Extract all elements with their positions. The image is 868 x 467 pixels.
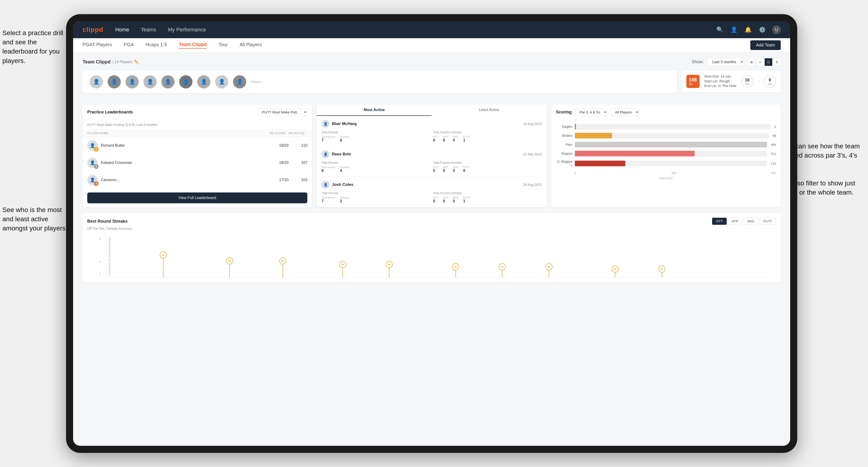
leaderboard-row-2: 👤 2 Edward Crossman 18/20 107: [83, 154, 312, 172]
shot-details: Shot Dist: 16 yds Start Lie: Rough End L…: [704, 74, 736, 88]
player-avatar-4: 👤: [144, 75, 157, 88]
leaderboard-row-1: 👤 1 Richard Butler 19/20 110: [83, 137, 312, 154]
practice-group-1: Total Practice Activities OTT 0 APP 0: [433, 131, 542, 143]
avatar[interactable]: U: [772, 26, 781, 34]
activity-player-name-1: 👤 Blair McHarg: [321, 120, 356, 128]
scoring-chart: Eagles 3 Birdies 96: [551, 120, 781, 184]
player-avatar-8: 👤: [215, 75, 228, 88]
leaderboard-title: Practice Leaderboards: [87, 110, 133, 115]
shot-circles: 16 yds → 0 yds: [741, 75, 776, 88]
tablet-frame: clippd Home Teams My Performance 🔍 👤 🔔 ⚙…: [66, 14, 797, 453]
scoring-title: Scoring: [556, 110, 572, 115]
main-content: Team Clippd | 14 Players ✏️ Show: Last 3…: [73, 52, 790, 446]
players-row: 👤 👤 👤 👤 👤 👤: [83, 70, 677, 93]
team-title-group: Team Clippd | 14 Players ✏️: [83, 59, 139, 65]
leaderboard-subtitle: PUTT Must Make Putting (3-6 ft), Last 3 …: [83, 120, 312, 130]
streak-dot-4x-2: 4x: [499, 263, 506, 277]
view-cards-icon[interactable]: ⊡: [765, 58, 772, 66]
leaderboard-col-headers: PLAYER NAME PB SCORE PB AVG SQ: [83, 130, 312, 137]
rank-badge-2: 2: [94, 164, 99, 169]
player-avatar-5: 👤: [161, 75, 175, 88]
filter-putt[interactable]: PUTT: [759, 218, 776, 225]
nav-item-teams[interactable]: Teams: [141, 27, 156, 33]
filter-app[interactable]: APP: [728, 218, 742, 225]
edit-icon[interactable]: ✏️: [134, 60, 139, 64]
scoring-card: Scoring Par 3, 4 & 5s All Players Eagles: [551, 104, 781, 207]
players-label: Players: [251, 80, 262, 84]
scoring-header: Scoring Par 3, 4 & 5s All Players: [551, 104, 781, 120]
activity-player-1: 👤 Blair McHarg 26 Aug 2023 Total Rounds …: [317, 116, 546, 147]
nav-icons: 🔍 👤 🔔 ⚙️ U: [716, 26, 781, 34]
streaks-section: Best Round Streaks OTT APP ARG PUTT Off …: [83, 213, 781, 282]
bar-pars: Pars 499: [556, 142, 776, 148]
streak-dot-5x-1: 5x: [339, 261, 346, 277]
chart-footer: Total Shots: [556, 177, 776, 180]
streak-dot-3x-1: 3x: [612, 266, 619, 277]
player-avatar-1: 👤: [90, 75, 103, 88]
shot-arrow-icon: →: [756, 79, 761, 84]
streaks-title: Best Round Streaks: [87, 219, 128, 224]
show-controls: Show: Last 3 months Last 6 months Last y…: [692, 58, 781, 66]
person-icon[interactable]: 👤: [730, 26, 738, 34]
practice-leaderboards-card: Practice Leaderboards PUTT Must Make Put…: [83, 104, 312, 207]
show-label: Show:: [692, 59, 704, 64]
activity-player-3: 👤 Josh Coles 26 Aug 2023 Total Rounds To…: [317, 177, 546, 207]
activity-player-name-3: 👤 Josh Coles: [321, 181, 353, 189]
activity-header-3: 👤 Josh Coles 26 Aug 2023: [321, 181, 541, 189]
sub-nav-pgat[interactable]: PGAT Players: [83, 42, 112, 49]
streaks-header: Best Round Streaks OTT APP ARG PUTT: [87, 218, 776, 225]
team-header: Team Clippd | 14 Players ✏️ Show: Last 3…: [83, 58, 781, 66]
filter-arg[interactable]: ARG: [743, 218, 758, 225]
add-team-button[interactable]: Add Team: [750, 40, 781, 50]
view-list-icon[interactable]: ≡: [756, 58, 764, 66]
rank-badge-1: 1: [94, 147, 99, 152]
activity-card: Most Active Least Active 👤 Blair McHarg …: [317, 104, 546, 207]
player-name-2: Edward Crossman: [101, 161, 132, 165]
player-thumb-1: 👤 1: [87, 140, 98, 151]
nav-item-my-performance[interactable]: My Performance: [168, 27, 206, 33]
streak-dot-7x-1: 7x: [160, 251, 167, 277]
shot-circle-1: 16 yds: [741, 75, 753, 88]
tab-least-active[interactable]: Least Active: [432, 104, 547, 116]
drill-dropdown[interactable]: PUTT Must Make Putt...: [257, 108, 307, 116]
view-grid-icon[interactable]: ⊞: [748, 58, 755, 66]
view-sort-icon[interactable]: ⇅: [773, 58, 781, 66]
annotation-top-left: Select a practice drill and see the lead…: [2, 28, 68, 65]
sub-nav-hcaps[interactable]: Hcaps 1-5: [146, 42, 167, 49]
view-full-leaderboard-button[interactable]: View Full Leaderboard: [87, 192, 307, 203]
scoring-player-filter[interactable]: All Players: [611, 108, 639, 116]
show-dropdown[interactable]: Last 3 months Last 6 months Last year: [707, 58, 744, 66]
player-avatar-2: 👤: [107, 75, 121, 88]
player-thumb-3: 👤 3: [87, 175, 98, 185]
player-score-3: 17/20: [270, 178, 288, 182]
activity-stats-1: Total Rounds Tournament 7 Practice 6: [321, 131, 541, 143]
streak-dot-6x-2: 6x: [279, 257, 286, 277]
player-info-1: 👤 1 Richard Butler: [87, 140, 270, 151]
top-nav: clippd Home Teams My Performance 🔍 👤 🔔 ⚙…: [73, 21, 790, 38]
search-icon[interactable]: 🔍: [716, 26, 724, 34]
nav-items: Home Teams My Performance: [115, 27, 704, 33]
sub-nav-pga[interactable]: PGA: [124, 42, 134, 49]
sub-nav-all-players[interactable]: All Players: [240, 42, 262, 49]
sub-nav-team-clippd[interactable]: Team Clippd: [179, 42, 207, 49]
tab-most-active[interactable]: Most Active: [317, 104, 432, 116]
bell-icon[interactable]: 🔔: [744, 26, 752, 34]
activity-date-2: 02 Sep 2023: [523, 152, 541, 156]
nav-item-home[interactable]: Home: [115, 27, 129, 33]
team-player-count: | 14 Players: [113, 60, 132, 64]
player-thumb-2: 👤 2: [87, 158, 98, 168]
scoring-par-filter[interactable]: Par 3, 4 & 5s: [575, 108, 607, 116]
settings-icon[interactable]: ⚙️: [758, 26, 767, 34]
streaks-chart: % Fairways Hit, Fairway Accuracy 7x 6x 6…: [106, 235, 771, 278]
player-avatar-6: 👤: [179, 75, 192, 88]
tablet-screen: clippd Home Teams My Performance 🔍 👤 🔔 ⚙…: [73, 21, 790, 446]
chart-axis: 0 200 400: [556, 170, 776, 175]
player-info-3: 👤 3 Cameron...: [87, 175, 270, 185]
filter-ott[interactable]: OTT: [712, 218, 727, 225]
activity-date-1: 26 Aug 2023: [523, 122, 542, 126]
sub-nav-tour[interactable]: Tour: [219, 42, 228, 49]
streaks-subtitle: Off The Tee, Fairway Accuracy: [87, 227, 776, 230]
annotation-bottom-left: See who is the most and least active amo…: [2, 205, 68, 233]
player-avg-2: 107: [288, 161, 307, 165]
activity-tabs: Most Active Least Active: [317, 104, 546, 116]
